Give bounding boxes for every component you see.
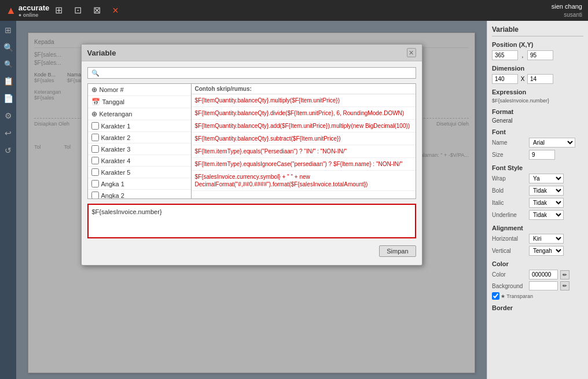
color-section: Color Color ✏ Background ✏ ★ Transparan: [492, 260, 583, 300]
variable-search-input[interactable]: [87, 67, 416, 79]
user-info: sien chang susanti: [552, 2, 582, 18]
formula-item-7[interactable]: $F{salesInvoice.currency.symbol} + " " +…: [192, 171, 416, 191]
dialog-overlay: Variable × ⊕ Nomor #: [16, 21, 487, 379]
background-color-box: [529, 281, 558, 290]
simpan-button[interactable]: Simpan: [379, 245, 416, 257]
variable-label-karakter1: Karakter 1: [101, 123, 131, 130]
formula-list[interactable]: Contoh skrip/rumus: $F{ItemQuantity.bala…: [192, 83, 416, 199]
top-icon-3[interactable]: ⊠: [93, 5, 101, 17]
variable-item-karakter4[interactable]: Karakter 4: [88, 155, 191, 167]
sidebar-settings[interactable]: ⚙: [5, 111, 12, 120]
right-panel: Variable Position (X,Y) , Dimension X Ex…: [487, 21, 588, 379]
position-x-input[interactable]: [492, 50, 518, 60]
variable-item-tanggal[interactable]: 📅 Tanggal: [88, 96, 191, 108]
expression-box[interactable]: $F{salesInvoice.number}: [87, 204, 416, 238]
wrap-row: Wrap Ya Tidak: [492, 174, 583, 183]
karakter1-checkbox[interactable]: [91, 122, 99, 130]
dimension-w-input[interactable]: [492, 74, 518, 84]
underline-row: Underline Tidak Ya: [492, 210, 583, 220]
formula-item-5[interactable]: $F{Item.itemType}.equals("Persediaan") ?…: [192, 145, 416, 158]
variable-item-keterangan[interactable]: ⊕ Keterangan: [88, 108, 191, 120]
angka2-checkbox[interactable]: [91, 192, 99, 199]
variable-label-angka1: Angka 1: [101, 181, 124, 187]
sidebar-zoom-out[interactable]: 🔍: [4, 60, 13, 68]
variable-list[interactable]: ⊕ Nomor # 📅 Tanggal ⊕ Keterangan: [87, 83, 192, 199]
variable-label-nomor: Nomor #: [100, 86, 124, 93]
wrap-select[interactable]: Ya Tidak: [529, 174, 564, 183]
position-y-input[interactable]: [527, 50, 553, 60]
bold-row: Bold Tidak Ya: [492, 186, 583, 196]
sidebar-undo[interactable]: ↩: [5, 128, 12, 138]
dimension-h-input[interactable]: [527, 74, 553, 84]
karakter3-checkbox[interactable]: [91, 145, 99, 153]
variable-label-karakter2: Karakter 2: [101, 134, 131, 141]
alignment-section: Alignment Horizontal Kiri Tengah Kanan V…: [492, 225, 583, 256]
horizontal-row: Horizontal Kiri Tengah Kanan: [492, 234, 583, 244]
vertical-select[interactable]: Tengah Atas Bawah: [529, 246, 564, 256]
variable-label-karakter4: Karakter 4: [101, 157, 131, 164]
variable-item-nomor[interactable]: ⊕ Nomor #: [88, 84, 191, 96]
variable-item-angka2[interactable]: Angka 2: [88, 190, 191, 199]
karakter5-checkbox[interactable]: [91, 168, 99, 176]
variable-item-karakter3[interactable]: Karakter 3: [88, 143, 191, 155]
angka1-checkbox[interactable]: [91, 180, 99, 187]
vertical-row: Vertical Tengah Atas Bawah: [492, 246, 583, 256]
color-value-input[interactable]: [529, 270, 558, 279]
main-area: ⊞ 🔍 🔍 📋 📄 ⚙ ↩ ↺ Kepada $F{sales... $F{sa…: [0, 21, 588, 379]
dialog-title: Variable: [87, 49, 116, 57]
position-section: Position (X,Y) ,: [492, 41, 583, 60]
sidebar-copy[interactable]: 📋: [3, 76, 13, 86]
variable-item-karakter2[interactable]: Karakter 2: [88, 132, 191, 143]
position-row: ,: [492, 50, 583, 60]
karakter4-checkbox[interactable]: [91, 157, 99, 164]
italic-row: Italic Tidak Ya: [492, 198, 583, 208]
logo-sub: ● online: [19, 12, 49, 18]
formula-item-3[interactable]: $F{ItemQuantity.balanceQty}.add($F{Item.…: [192, 120, 416, 133]
formula-item-2[interactable]: $F{ItemQuantity.balanceQty}.divide($F{It…: [192, 107, 416, 120]
sidebar-redo[interactable]: ↺: [5, 146, 12, 155]
underline-select[interactable]: Tidak Ya: [529, 210, 564, 220]
color-label: Color: [492, 260, 583, 267]
transparent-row: ★ Transparan: [492, 292, 583, 300]
font-style-label: Font Style: [492, 164, 583, 171]
tanggal-icon: 📅: [91, 98, 100, 106]
karakter2-checkbox[interactable]: [91, 134, 99, 141]
font-section: Font Name Arial Size: [492, 128, 583, 160]
sidebar-doc[interactable]: 📄: [3, 94, 13, 103]
horizontal-select[interactable]: Kiri Tengah Kanan: [529, 234, 564, 244]
top-icon-2[interactable]: ⊡: [74, 5, 82, 17]
border-section: Border: [492, 304, 583, 311]
bold-label: Bold: [492, 187, 527, 194]
font-name-row: Name Arial: [492, 138, 583, 148]
expression-section: Expression $F{salesInvoice.number}: [492, 89, 583, 104]
wrap-label: Wrap: [492, 175, 527, 182]
color-edit-button[interactable]: ✏: [560, 270, 569, 279]
variable-item-karakter1[interactable]: Karakter 1: [88, 120, 191, 132]
sidebar-home[interactable]: ⊞: [5, 25, 12, 35]
formula-item-4[interactable]: $F{ItemQuantity.balanceQty}.subtract($F{…: [192, 133, 416, 145]
variable-label-keterangan: Keterangan: [100, 111, 133, 117]
font-size-input[interactable]: [529, 150, 555, 160]
keterangan-icon: ⊕: [91, 110, 97, 118]
top-icon-1[interactable]: ⊞: [55, 5, 63, 17]
variable-label-karakter5: Karakter 5: [101, 169, 131, 176]
border-label: Border: [492, 304, 583, 311]
logo: ▲ accurate ● online: [6, 3, 49, 18]
variable-item-karakter5[interactable]: Karakter 5: [88, 167, 191, 178]
background-edit-button[interactable]: ✏: [560, 281, 569, 290]
dialog-header: Variable ×: [82, 45, 422, 61]
font-name-label: Name: [492, 139, 527, 146]
top-close-button[interactable]: ×: [112, 5, 119, 17]
dialog-close-button[interactable]: ×: [407, 48, 416, 57]
formula-item-1[interactable]: $F{ItemQuantity.balanceQty}.multiply($F{…: [192, 94, 416, 107]
italic-select[interactable]: Tidak Ya: [529, 198, 564, 208]
format-label: Format: [492, 108, 583, 115]
formula-item-6[interactable]: $F{Item.itemType}.equalsIgnoreCase("pers…: [192, 158, 416, 171]
background-row: Background ✏: [492, 281, 583, 290]
italic-label: Italic: [492, 200, 527, 206]
sidebar-zoom-in[interactable]: 🔍: [3, 43, 13, 52]
font-name-select[interactable]: Arial: [529, 138, 575, 148]
variable-item-angka1[interactable]: Angka 1: [88, 178, 191, 190]
transparent-checkbox[interactable]: [492, 292, 499, 300]
bold-select[interactable]: Tidak Ya: [529, 186, 564, 196]
